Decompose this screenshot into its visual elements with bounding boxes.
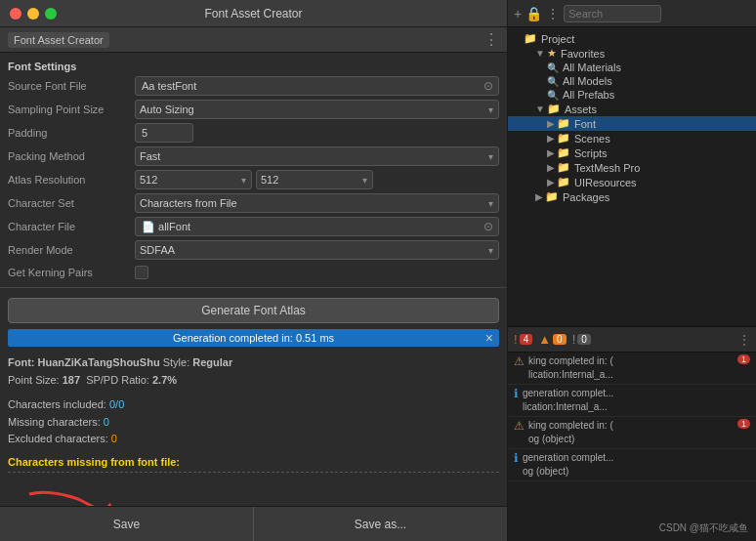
close-button[interactable] [10,8,21,20]
all-materials-icon: 🔍 [547,62,559,73]
lock-icon[interactable]: 🔒 [525,6,542,21]
assets-folder-icon: 📁 [547,103,561,115]
kerning-label: Get Kerning Pairs [8,267,135,278]
assets-item[interactable]: ▼ 📁 Assets [508,102,756,116]
source-font-input[interactable] [135,76,499,96]
console-item-1[interactable]: ℹ generation complet...lication:Internal… [508,385,756,417]
kerning-checkbox[interactable] [135,266,148,279]
packages-arrow-icon: ▶ [535,191,543,202]
info-icon: ! [572,332,576,347]
packing-method-label: Packing Method [8,150,135,162]
right-panel: + 🔒 ⋮ 📁 Project ▼ ★ Favorites 🔍 All Mate… [508,0,756,541]
atlas-height-select[interactable]: 512 [256,170,373,189]
ratio-value: 2.7% [152,374,177,386]
character-file-pick-icon[interactable]: ⊙ [483,220,493,233]
console-item-3-text: generation complet...og (object) [523,451,750,479]
chars-section: Characters included: 0/0 Missing charact… [0,393,507,452]
padding-value [135,123,499,143]
textmesh-label: TextMesh Pro [574,162,640,174]
packages-folder-icon: 📁 [545,190,559,203]
packing-method-value: Fast [135,146,499,166]
uiresources-item[interactable]: ▶ 📁 UIResources [508,175,756,189]
source-font-label: Source Font File [8,80,135,92]
all-models-icon: 🔍 [547,76,559,87]
save-button[interactable]: Save [0,507,254,541]
warn-badge: ▲ 0 [538,332,566,347]
add-icon[interactable]: + [514,6,522,21]
font-settings-header: Font Settings [0,57,507,74]
scripts-label: Scripts [574,147,608,159]
font-item[interactable]: ▶ 📁 Font [508,116,756,131]
textmesh-arrow-icon: ▶ [547,162,555,173]
generation-bar-close[interactable]: × [485,330,493,346]
all-models-item[interactable]: 🔍 All Models [508,74,756,88]
console-item-2[interactable]: ⚠ king completed in: (og (object) 1 [508,417,756,449]
all-prefabs-icon: 🔍 [547,90,559,101]
favorites-star-icon: ★ [547,47,557,60]
console-dots[interactable]: ⋮ [738,333,750,347]
packing-select[interactable]: Fast [135,146,499,166]
packing-select-wrapper: Fast [135,146,499,166]
character-set-select[interactable]: Characters from File [135,193,499,213]
console-item-0-text: king completed in: (lication:Internal_a.… [528,354,737,382]
character-file-input[interactable] [135,217,499,236]
render-mode-label: Render Mode [8,244,135,256]
chars-missing-line: Missing characters: 0 [8,414,499,432]
console-item-3[interactable]: ℹ generation complet...og (object) [508,449,756,481]
chars-included-value: 0/0 [109,398,124,410]
more-icon[interactable]: ⋮ [546,6,560,21]
packages-item[interactable]: ▶ 📁 Packages [508,189,756,204]
font-arrow-icon: ▶ [547,118,555,129]
console-item-2-badge: 1 [737,419,750,429]
uiresources-label: UIResources [574,177,637,188]
sampling-size-label: Sampling Point Size [8,104,135,115]
panel-toolbar: Font Asset Creator ⋮ [0,27,507,53]
atlas-width-select[interactable]: 512 [135,170,252,189]
atlas-width-wrapper: 512 [135,170,252,189]
maximize-button[interactable] [45,8,57,20]
character-set-row: Character Set Characters from File [0,191,507,215]
scripts-folder-icon: 📁 [557,146,570,159]
console-item-0[interactable]: ⚠ king completed in: (lication:Internal_… [508,353,756,385]
character-set-select-wrapper: Characters from File [135,193,499,213]
console-item-1-icon: ℹ [514,387,519,400]
font-name-label: Font: [8,356,38,368]
console-item-1-text: generation complet...lication:Internal_a… [523,387,750,414]
project-search-input[interactable] [564,5,661,22]
all-materials-item[interactable]: 🔍 All Materials [508,61,756,74]
sampling-size-value: Auto Sizing [135,100,499,119]
font-name: HuanZiKaTangShouShu [38,356,160,368]
character-set-value: Characters from File [135,193,499,213]
atlas-height-wrapper: 512 [256,170,373,189]
chars-missing-value: 0 [104,416,109,428]
padding-input[interactable] [135,123,193,143]
sampling-size-select[interactable]: Auto Sizing [135,100,499,119]
dashed-divider [8,472,499,473]
chars-missing-label: Missing characters: [8,416,104,428]
scenes-arrow-icon: ▶ [547,133,555,144]
source-font-value: ⊙ [135,76,499,96]
divider-1 [0,287,507,288]
scenes-item[interactable]: ▶ 📁 Scenes [508,131,756,146]
character-set-label: Character Set [8,197,135,209]
chars-excluded-line: Excluded characters: 0 [8,431,499,448]
scripts-item[interactable]: ▶ 📁 Scripts [508,146,756,160]
source-font-pick-icon[interactable]: ⊙ [483,79,493,93]
console-toolbar: ! 4 ▲ 0 ! 0 ⋮ [508,327,756,353]
favorites-arrow-icon: ▼ [535,48,545,59]
font-info-line1: Font: HuanZiKaTangShouShu Style: Regular [8,354,499,372]
save-as-button[interactable]: Save as... [254,507,507,541]
more-options-icon[interactable]: ⋮ [483,30,499,49]
render-mode-select[interactable]: SDFAA [135,240,499,260]
chars-excluded-label: Excluded characters: [8,433,111,444]
project-folder-icon: 📁 [524,32,537,45]
minimize-button[interactable] [27,8,39,20]
textmesh-item[interactable]: ▶ 📁 TextMesh Pro [508,160,756,175]
panel-tab[interactable]: Font Asset Creator [8,32,109,48]
all-materials-label: All Materials [563,62,621,73]
all-prefabs-item[interactable]: 🔍 All Prefabs [508,88,756,102]
render-mode-value: SDFAA [135,240,499,260]
favorites-item[interactable]: ▼ ★ Favorites [508,46,756,61]
generate-button[interactable]: Generate Font Atlas [8,298,499,323]
ratio-label: SP/PD Ratio: [86,374,152,386]
